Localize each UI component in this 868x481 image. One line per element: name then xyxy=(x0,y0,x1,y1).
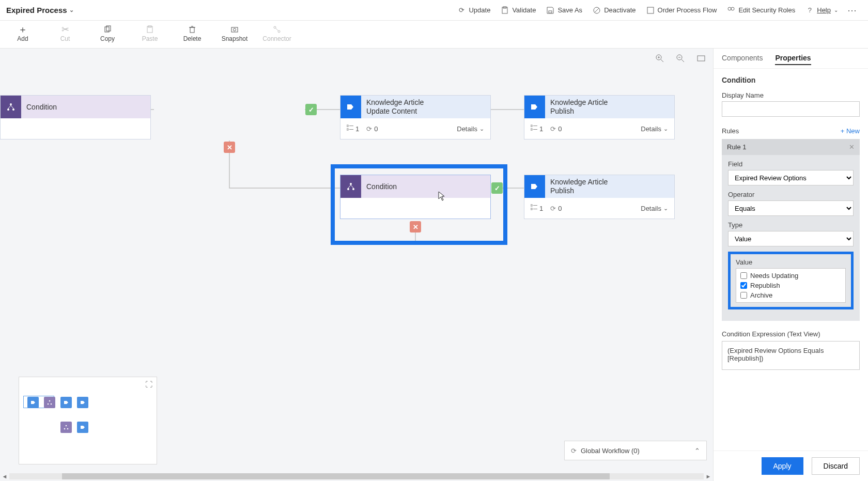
stage-node-publish-1[interactable]: Knowledge Article Publish 1 ⟳0 Details⌄ xyxy=(524,95,675,139)
svg-point-57 xyxy=(66,425,67,427)
stage-node-publish-2[interactable]: Knowledge Article Publish 1 ⟳0 Details⌄ xyxy=(524,175,675,219)
field-label: Field xyxy=(728,160,854,168)
process-canvas[interactable]: nowledge Article eview ⟳0 Details⌄ Condi… xyxy=(0,49,713,481)
svg-point-18 xyxy=(278,30,280,33)
svg-rect-15 xyxy=(231,27,238,32)
checkbox[interactable] xyxy=(740,272,747,279)
order-icon xyxy=(646,6,655,14)
connector-button[interactable]: Connector xyxy=(260,24,293,42)
expression-text: (Expired Review Options Equals [Republis… xyxy=(722,341,860,370)
svg-rect-38 xyxy=(347,129,348,130)
branch-icon xyxy=(340,175,361,198)
add-button[interactable]: ＋ Add xyxy=(6,24,39,42)
steps-count: 1 xyxy=(355,125,359,133)
more-commands-button[interactable]: ⋯ xyxy=(843,5,862,16)
close-icon[interactable]: ✕ xyxy=(849,143,855,151)
scissors-icon: ✂ xyxy=(61,24,69,35)
svg-line-48 xyxy=(348,185,351,188)
cut-button[interactable]: ✂ Cut xyxy=(49,24,82,42)
order-label: Order Process Flow xyxy=(658,6,717,14)
svg-rect-41 xyxy=(531,125,532,127)
process-title[interactable]: Expired Process ⌄ xyxy=(6,6,74,14)
help-button[interactable]: ? Help ⌄ xyxy=(800,4,843,17)
svg-rect-2 xyxy=(549,11,552,13)
expand-icon[interactable]: ⛶ xyxy=(145,380,152,389)
side-tabs: Components Properties xyxy=(714,49,868,69)
chevron-down-icon: ⌄ xyxy=(834,7,838,13)
svg-rect-37 xyxy=(347,125,348,127)
discard-button[interactable]: Discard xyxy=(812,457,860,475)
details-toggle[interactable]: Details⌄ xyxy=(457,125,484,133)
global-workflow-bar[interactable]: ⟳ Global Workflow (0) ⌃ xyxy=(564,441,707,460)
scroll-right-button[interactable]: ► xyxy=(704,472,713,481)
tab-components[interactable]: Components xyxy=(722,54,763,65)
help-label: Help xyxy=(817,6,831,14)
properties-panel: Components Properties Condition Display … xyxy=(713,49,868,481)
value-option-archive[interactable]: Archive xyxy=(740,291,841,299)
node-title: Knowledge Article Publish xyxy=(545,96,674,118)
snapshot-button[interactable]: Snapshot xyxy=(218,24,251,42)
order-process-button[interactable]: Order Process Flow xyxy=(641,4,722,17)
edit-security-button[interactable]: Edit Security Roles xyxy=(722,4,800,17)
copy-icon xyxy=(103,24,112,35)
add-label: Add xyxy=(17,35,28,42)
svg-point-16 xyxy=(234,28,236,31)
edit-toolbar: ＋ Add ✂ Cut Copy Paste Delete Snapshot C… xyxy=(0,21,868,49)
scroll-thumb[interactable] xyxy=(62,473,610,479)
value-option-needs-updating[interactable]: Needs Updating xyxy=(740,272,841,280)
node-title: Condition xyxy=(21,96,150,118)
refresh-icon: ⟳ xyxy=(550,125,556,133)
delete-button[interactable]: Delete xyxy=(176,24,209,42)
refresh-count: 0 xyxy=(558,125,562,133)
minimap-node xyxy=(60,422,72,433)
trash-icon xyxy=(188,24,196,35)
type-select[interactable]: Value xyxy=(728,231,854,246)
tab-properties[interactable]: Properties xyxy=(775,54,811,65)
security-icon xyxy=(727,6,735,14)
svg-line-36 xyxy=(11,105,13,108)
details-toggle[interactable]: Details⌄ xyxy=(641,125,668,133)
svg-point-32 xyxy=(10,103,12,105)
minimap-node xyxy=(77,397,88,408)
validate-button[interactable]: Validate xyxy=(495,4,541,17)
scroll-left-button[interactable]: ◄ xyxy=(0,472,9,481)
stage-node-update-content[interactable]: Knowledge Article Update Content 1 ⟳0 De… xyxy=(340,95,491,139)
connector-label: Connector xyxy=(262,35,291,42)
condition-node-1[interactable]: Condition xyxy=(0,95,151,139)
node-title: Knowledge Article Update Content xyxy=(361,96,490,118)
branch-icon xyxy=(1,96,21,118)
new-rule-button[interactable]: + New xyxy=(841,127,860,135)
validate-label: Validate xyxy=(512,6,536,14)
svg-point-55 xyxy=(48,404,49,405)
update-button[interactable]: ⟳ Update xyxy=(452,4,495,17)
svg-point-45 xyxy=(350,183,352,185)
steps-icon xyxy=(531,204,537,212)
value-option-republish[interactable]: Republish xyxy=(740,282,841,289)
operator-select[interactable]: Equals xyxy=(728,200,854,216)
svg-point-59 xyxy=(67,428,69,430)
minimap-node xyxy=(60,397,72,408)
update-label: Update xyxy=(469,6,490,14)
copy-button[interactable]: Copy xyxy=(91,24,124,42)
minimap[interactable]: ⛶ xyxy=(19,377,157,464)
checkbox[interactable] xyxy=(740,282,747,289)
svg-rect-12 xyxy=(190,27,194,33)
checkbox[interactable] xyxy=(740,292,747,299)
svg-rect-51 xyxy=(531,208,532,210)
save-as-button[interactable]: Save As xyxy=(541,4,587,17)
display-name-input[interactable] xyxy=(722,101,860,117)
paste-button[interactable]: Paste xyxy=(133,24,166,42)
horizontal-scrollbar[interactable]: ◄ ► xyxy=(0,472,713,481)
svg-rect-50 xyxy=(531,205,532,206)
field-select[interactable]: Expired Review Options xyxy=(728,170,854,185)
process-title-text: Expired Process xyxy=(6,6,67,14)
svg-point-17 xyxy=(274,26,276,28)
minimap-node xyxy=(77,422,88,433)
details-toggle[interactable]: Details⌄ xyxy=(641,205,668,212)
steps-icon xyxy=(347,125,353,133)
deactivate-button[interactable]: Deactivate xyxy=(587,4,641,17)
apply-button[interactable]: Apply xyxy=(762,457,803,475)
condition-node-2[interactable]: Condition xyxy=(340,175,491,219)
chevron-down-icon: ⌄ xyxy=(663,205,668,212)
value-section-highlight: Value Needs Updating Republish Archive xyxy=(728,252,854,309)
